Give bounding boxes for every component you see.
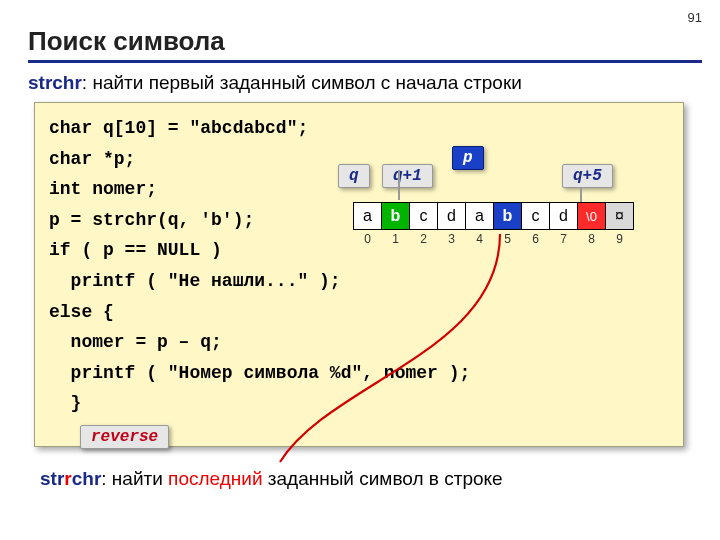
cell-2: c xyxy=(409,202,438,230)
strrchr-text-red: последний xyxy=(168,468,262,489)
label-reverse: reverse xyxy=(80,425,169,449)
label-p: p xyxy=(452,146,484,170)
q1-callout-tail xyxy=(398,170,400,200)
cell-8: \0 xyxy=(577,202,606,230)
idx-2: 2 xyxy=(409,232,438,246)
title-rule xyxy=(28,60,702,63)
cell-3: d xyxy=(437,202,466,230)
memory-array: a b c d a b c d \0 ¤ xyxy=(354,202,634,230)
code-block: char q[10] = "abcdabcd"; char *p; int no… xyxy=(34,102,684,447)
label-q-plus-5: q+5 xyxy=(562,164,613,188)
q5-callout-tail xyxy=(580,188,582,202)
idx-5: 5 xyxy=(493,232,522,246)
strrchr-text-after: заданный символ в строке xyxy=(263,468,503,489)
strrchr-text-before: : найти xyxy=(101,468,168,489)
cell-4: a xyxy=(465,202,494,230)
strrchr-name: strrchr xyxy=(40,468,101,489)
idx-6: 6 xyxy=(521,232,550,246)
cell-9: ¤ xyxy=(605,202,634,230)
idx-0: 0 xyxy=(353,232,382,246)
page-number: 91 xyxy=(688,10,702,25)
label-q-plus-1: q+1 xyxy=(382,164,433,188)
cell-7: d xyxy=(549,202,578,230)
idx-9: 9 xyxy=(605,232,634,246)
cell-1: b xyxy=(381,202,410,230)
cell-6: c xyxy=(521,202,550,230)
label-q: q xyxy=(338,164,370,188)
idx-3: 3 xyxy=(437,232,466,246)
idx-4: 4 xyxy=(465,232,494,246)
strchr-text: : найти первый заданный символ с начала … xyxy=(82,72,522,93)
cell-5: b xyxy=(493,202,522,230)
idx-8: 8 xyxy=(577,232,606,246)
idx-7: 7 xyxy=(549,232,578,246)
memory-indices: 0 1 2 3 4 5 6 7 8 9 xyxy=(354,232,634,246)
page-title: Поиск символа xyxy=(28,26,225,57)
strchr-description: strchr: найти первый заданный символ с н… xyxy=(28,72,522,94)
strchr-name: strchr xyxy=(28,72,82,93)
strrchr-description: strrchr: найти последний заданный символ… xyxy=(40,468,503,490)
cell-0: a xyxy=(353,202,382,230)
idx-1: 1 xyxy=(381,232,410,246)
